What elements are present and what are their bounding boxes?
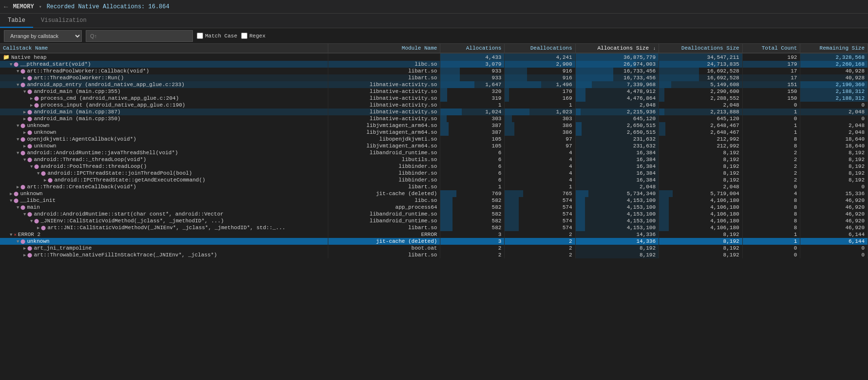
table-row[interactable]: ▶⬤android_main (main.cpp:387)libnative-a… xyxy=(0,109,868,115)
arrange-select[interactable]: Arrange by callstack xyxy=(4,30,82,42)
expand-icon[interactable]: ▶ xyxy=(23,144,26,149)
deallocsize-cell: 645,120 xyxy=(659,115,743,122)
col-header-module[interactable]: Module Name xyxy=(328,44,440,53)
table-row[interactable]: ▶⬤unknownlibjvmtiagent_arm64.so10597231,… xyxy=(0,143,868,149)
match-case-checkbox-label[interactable]: Match Case xyxy=(197,33,237,39)
table-row[interactable]: ▶⬤art::Thread::CreateCallback(void*)liba… xyxy=(0,183,868,190)
table-row[interactable]: ▼⬤art::ThreadPoolWorker::Callback(void*)… xyxy=(0,68,868,74)
expand-icon[interactable]: ▼ xyxy=(17,83,19,88)
col-header-total[interactable]: Total Count xyxy=(742,44,800,53)
regex-checkbox-label[interactable]: Regex xyxy=(241,33,265,39)
table-row[interactable]: ▼⬤__pthread_start(void*)libc.so3,0792,90… xyxy=(0,61,868,68)
expand-icon[interactable]: ▼ xyxy=(10,233,12,237)
expand-icon[interactable]: ▶ xyxy=(23,246,26,251)
table-row[interactable]: ▼⬤__libc_initlibc.so5825744,153,1004,106… xyxy=(0,197,868,204)
expand-icon[interactable]: ▶ xyxy=(10,192,12,197)
table-row[interactable]: 📁Native heap4,4334,24136,875,77934,547,2… xyxy=(0,53,868,61)
col-header-remaining[interactable]: Remaining Size xyxy=(800,44,868,53)
match-case-checkbox[interactable] xyxy=(197,33,203,39)
allocsize-cell: 4,476,864 xyxy=(575,95,659,102)
table-row[interactable]: ▼✕ERROR 2ERROR3214,3368,19216,144 xyxy=(0,231,868,238)
table-row[interactable]: ▼⬤android::AndroidRuntime::start(char co… xyxy=(0,211,868,217)
table-row[interactable]: ▼⬤unknownjit-cache (deleted)3214,3368,19… xyxy=(0,238,868,245)
table-row[interactable]: ▶⬤android::IPCThreadState::getAndExecute… xyxy=(0,177,868,183)
expand-icon[interactable]: ▶ xyxy=(44,178,46,183)
col-header-deallocsize[interactable]: Deallocations Size xyxy=(659,44,743,53)
table-row[interactable]: ▼⬤android_main (main.cpp:355)libnative-a… xyxy=(0,88,868,95)
expand-icon[interactable]: ▼ xyxy=(10,199,12,203)
expand-icon[interactable]: ▶ xyxy=(23,130,26,135)
col-header-alloc[interactable]: Allocations xyxy=(440,44,505,53)
expand-icon[interactable]: ▼ xyxy=(23,158,26,163)
expand-icon[interactable]: ▼ xyxy=(17,205,19,210)
callstack-name: unknown xyxy=(20,191,42,197)
expand-icon[interactable]: ▼ xyxy=(10,62,12,67)
allocsize-cell: 4,153,100 xyxy=(575,224,659,231)
callstack-cell: ▼⬤main xyxy=(0,204,328,211)
table-row[interactable]: ▶⬤android_main (main.cpp:350)libnative-a… xyxy=(0,115,868,122)
table-row[interactable]: ▶⬤art::Throwable_nativeFillInStackTrace(… xyxy=(0,252,868,258)
callstack-cell: ▶⬤process_input (android_native_app_glue… xyxy=(0,102,328,109)
alloc-cell: 319 xyxy=(440,95,505,102)
expand-icon[interactable]: ▼ xyxy=(17,239,19,244)
app-dropdown-icon[interactable]: ▾ xyxy=(39,4,42,10)
allocsize-cell: 16,384 xyxy=(575,177,659,183)
expand-icon[interactable]: ▶ xyxy=(30,96,33,101)
expand-icon[interactable]: ▼ xyxy=(17,151,19,156)
expand-icon[interactable]: ▼ xyxy=(30,164,33,169)
expand-icon[interactable]: ▼ xyxy=(17,124,19,128)
regex-checkbox[interactable] xyxy=(241,33,247,39)
table-row[interactable]: ▼⬤android_app_entry (android_native_app_… xyxy=(0,81,868,88)
table-row[interactable]: ▼⬤_JNIEnv::CallStaticVoidMethod(_jclass*… xyxy=(0,217,868,224)
table-row[interactable]: ▶⬤process_input (android_native_app_glue… xyxy=(0,102,868,109)
table-row[interactable]: ▶⬤art::ThreadPoolWorker::Run()libart.so9… xyxy=(0,74,868,81)
deallocsize-cell: 4,106,180 xyxy=(659,197,743,204)
col-header-callstack[interactable]: Callstack Name xyxy=(0,44,328,53)
callstack-cell: ▼⬤__libc_init xyxy=(0,197,328,204)
table-row[interactable]: ▼⬤unknownlibjvmtiagent_arm64.so3873862,6… xyxy=(0,122,868,129)
dealloc-cell: 2 xyxy=(505,245,575,252)
expand-icon[interactable]: ▼ xyxy=(23,90,26,94)
expand-icon[interactable]: ▼ xyxy=(23,212,26,217)
expand-icon[interactable]: ▶ xyxy=(30,103,33,108)
table-row[interactable]: ▶⬤unknownjit-cache (deleted)7697655,734,… xyxy=(0,190,868,197)
table-row[interactable]: ▼⬤android::Thread::_threadLoop(void*)lib… xyxy=(0,156,868,163)
back-button[interactable]: ← xyxy=(4,3,8,11)
func-icon: ⬤ xyxy=(41,171,46,176)
table-row[interactable]: ▼⬤android::PoolThread::threadLoop()libbi… xyxy=(0,163,868,170)
search-input[interactable] xyxy=(86,30,193,42)
dealloc-cell: 574 xyxy=(505,224,575,231)
tab-visualization[interactable]: Visualization xyxy=(33,14,94,28)
func-icon: ⬤ xyxy=(14,192,19,197)
remaining-cell: 2,048 xyxy=(800,129,868,136)
tab-table[interactable]: Table xyxy=(0,14,33,28)
expand-icon[interactable]: ▼ xyxy=(17,69,19,74)
expand-icon[interactable]: ▼ xyxy=(30,219,33,224)
expand-icon[interactable]: ▼ xyxy=(37,171,39,176)
callstack-name: art::ThreadPoolWorker::Run() xyxy=(34,75,124,81)
expand-icon[interactable]: ▶ xyxy=(17,185,19,190)
table-row[interactable]: ▶⬤art_jni_trampolineboot.oat228,1928,192… xyxy=(0,245,868,252)
table-row[interactable]: ▼⬤android::AndroidRuntime::javaThreadShe… xyxy=(0,149,868,156)
expand-icon[interactable]: ▶ xyxy=(23,76,26,81)
table-row[interactable]: ▼⬤mainapp_process645825744,153,1004,106,… xyxy=(0,204,868,211)
col-header-allocsize[interactable]: Allocations Size ↓ xyxy=(575,44,659,53)
allocsize-cell: 36,875,779 xyxy=(575,53,659,61)
col-header-dealloc[interactable]: Deallocations xyxy=(505,44,575,53)
expand-icon[interactable]: ▶ xyxy=(23,253,26,258)
table-row[interactable]: ▶⬤art::JNI::CallStaticVoidMethodV(_JNIEn… xyxy=(0,224,868,231)
remaining-cell: 46,920 xyxy=(800,211,868,217)
expand-icon[interactable]: ▼ xyxy=(17,137,19,142)
expand-icon[interactable]: ▶ xyxy=(23,117,26,122)
table-row[interactable]: ▼⬤openjdkjvmti::AgentCallback(void*)libo… xyxy=(0,136,868,143)
expand-icon[interactable]: ▶ xyxy=(23,110,26,115)
module-cell: libjvmtiagent_arm64.so xyxy=(328,122,440,129)
callstack-name: android_main (main.cpp:387) xyxy=(34,109,120,115)
recorded-text: Recorded Native Allocations: 16.864 xyxy=(47,3,170,10)
table-row[interactable]: ▶⬤unknownlibjvmtiagent_arm64.so3873862,6… xyxy=(0,129,868,136)
deallocsize-cell: 2,213,888 xyxy=(659,109,743,115)
total-cell: 1 xyxy=(742,122,800,129)
table-row[interactable]: ▼⬤android::IPCThreadState::joinThreadPoo… xyxy=(0,170,868,177)
expand-icon[interactable]: ▶ xyxy=(37,226,39,231)
table-row[interactable]: ▶⬤process_cmd (android_native_app_glue.c… xyxy=(0,95,868,102)
